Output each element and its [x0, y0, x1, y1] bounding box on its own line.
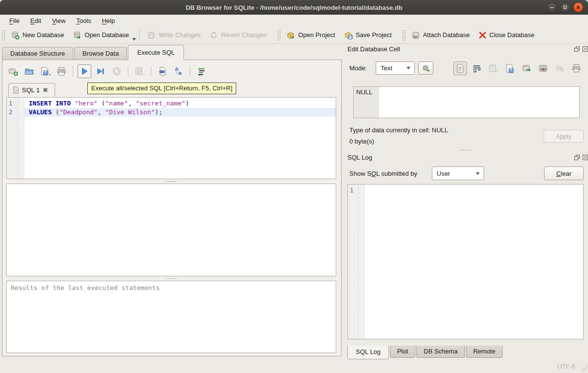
sql-file-tab-label: SQL 1 [22, 86, 40, 94]
sql-code-lines[interactable]: INSERT INTO "hero" ("name", "secret_name… [24, 98, 336, 179]
log-filter-select[interactable]: User [432, 166, 484, 180]
statusbar: UTF-8 [0, 359, 588, 373]
open-database-dropdown-icon[interactable] [132, 38, 136, 41]
text-mode-toggle[interactable] [453, 62, 467, 75]
toolbar-handle[interactable] [1, 30, 5, 41]
minimize-icon[interactable] [547, 2, 557, 12]
sql-toolbar: ba [6, 63, 208, 80]
attach-database-button[interactable]: Attach Database [407, 28, 474, 42]
open-in-external-link-button[interactable] [536, 62, 550, 75]
encoding-indicator[interactable]: UTF-8 [557, 363, 575, 370]
menu-tools[interactable]: Tools [71, 16, 96, 25]
splitter-handle[interactable] [6, 277, 336, 280]
close-sql-tab-icon[interactable]: ✖ [42, 87, 48, 93]
write-changes-button: Write Changes [142, 28, 205, 42]
sql-editor[interactable]: 12 INSERT INTO "hero" ("name", "secret_n… [6, 97, 336, 179]
toolbar-handle[interactable] [402, 30, 406, 41]
code-line[interactable]: INSERT INTO "hero" ("name", "secret_name… [24, 99, 336, 108]
results-pane[interactable]: Results of the last executed statements [6, 281, 336, 353]
close-panel-icon[interactable] [582, 46, 588, 52]
menu-file[interactable]: File [4, 16, 25, 25]
log-line-number: 1 [348, 186, 358, 195]
splitter-handle[interactable] [6, 180, 336, 183]
dock-tab-remote[interactable]: Remote [466, 346, 503, 358]
attach-database-icon [411, 31, 420, 40]
close-database-button[interactable]: Close Database [474, 29, 539, 41]
save-project-button[interactable]: Save Project [340, 28, 396, 42]
execute-sql-button[interactable] [78, 64, 91, 78]
tab-database-structure[interactable]: Database Structure [2, 47, 73, 60]
window-title: DB Browser for SQLite - /home/user/code/… [185, 4, 402, 11]
import-cell-data-button[interactable] [503, 62, 517, 75]
execute-current-line-button[interactable] [94, 64, 107, 78]
revert-changes-label: Revert Changes [221, 31, 267, 39]
sql-file-tab[interactable]: SQL 1 ✖ [8, 83, 55, 97]
main-tab-bar: Database Structure Browse Data Execute S… [2, 46, 185, 60]
sql-log-title: SQL Log [347, 154, 372, 161]
sql-file-icon [13, 86, 19, 94]
window-controls [547, 2, 583, 12]
line-number: 2 [7, 108, 18, 117]
export-cell-data-button[interactable] [520, 62, 533, 75]
main-content: Database Structure Browse Data Execute S… [0, 44, 588, 359]
sql-log-editor[interactable]: 1 [347, 184, 584, 339]
toolbar-separator [128, 66, 128, 77]
cell-value-text: NULL [354, 87, 379, 118]
titlebar[interactable]: DB Browser for SQLite - /home/user/code/… [0, 0, 588, 15]
log-fold-margin [359, 185, 365, 339]
chevron-down-icon [406, 67, 410, 69]
new-database-label: New Database [22, 31, 64, 39]
toolbar-handle[interactable] [277, 30, 281, 41]
tab-execute-sql[interactable]: Execute SQL [128, 45, 184, 60]
tooltip: Execute all/selected SQL [Ctrl+Return, F… [87, 83, 236, 94]
toolbar-separator [190, 66, 190, 77]
close-panel-icon[interactable] [582, 154, 588, 161]
float-panel-icon[interactable] [574, 154, 580, 161]
menu-view[interactable]: View [46, 16, 71, 25]
mode-label: Mode: [349, 64, 367, 72]
revert-changes-icon [209, 31, 218, 40]
query-secondary-pane[interactable] [6, 184, 336, 276]
edit-cell-title: Edit Database Cell [347, 45, 400, 53]
app-window: DB Browser for SQLite - /home/user/code/… [0, 0, 588, 373]
word-wrap-toggle[interactable] [470, 62, 484, 75]
print-cell-button[interactable] [569, 62, 583, 75]
close-icon[interactable] [573, 2, 583, 12]
new-database-button[interactable]: New Database [6, 28, 68, 42]
open-database-button[interactable]: Open Database [68, 28, 133, 42]
replace-in-sql-button[interactable]: ba [172, 64, 185, 78]
maximize-icon[interactable] [560, 2, 570, 12]
print-button[interactable] [55, 64, 68, 78]
menu-edit[interactable]: Edit [25, 16, 46, 25]
execute-sql-panel: ba SQL 1 ✖ Execute all/selected SQL [Ctr… [2, 60, 342, 356]
tab-browse-data[interactable]: Browse Data [74, 47, 127, 60]
mode-select[interactable]: Text [376, 62, 415, 75]
open-project-button[interactable]: Open Project [282, 28, 340, 42]
dock-tab-sql-log[interactable]: SQL Log [347, 346, 389, 359]
resize-grip[interactable] [580, 365, 587, 371]
close-database-label: Close Database [489, 31, 535, 39]
log-filter-label: Show SQL submitted by [349, 170, 417, 177]
format-sql-button[interactable] [195, 64, 208, 78]
open-project-label: Open Project [298, 31, 335, 39]
toolbar-separator [151, 66, 151, 77]
save-project-label: Save Project [356, 31, 392, 39]
new-sql-tab-button[interactable] [6, 64, 20, 78]
float-panel-icon[interactable] [574, 46, 580, 52]
open-database-label: Open Database [84, 31, 129, 39]
cell-editor-toolbar [453, 62, 583, 75]
code-line[interactable]: VALUES ("Deadpond", "Dive Wilson"); [24, 108, 336, 117]
menu-help[interactable]: Help [97, 16, 121, 25]
open-sql-file-button[interactable] [22, 64, 36, 78]
dock-tab-plot[interactable]: Plot [390, 346, 415, 358]
clear-log-button[interactable]: Clear [544, 166, 584, 180]
cell-size-info: 0 byte(s) [349, 138, 374, 145]
splitter-handle[interactable] [347, 148, 584, 152]
chevron-down-icon [476, 172, 480, 175]
auto-switch-mode-button[interactable] [418, 62, 433, 75]
cell-value-editor[interactable]: NULL [353, 86, 580, 118]
dock-tab-db-schema[interactable]: DB Schema [416, 346, 465, 358]
save-sql-file-button[interactable] [39, 64, 52, 78]
find-in-sql-button[interactable] [156, 64, 169, 78]
write-changes-label: Write Changes [159, 31, 201, 39]
